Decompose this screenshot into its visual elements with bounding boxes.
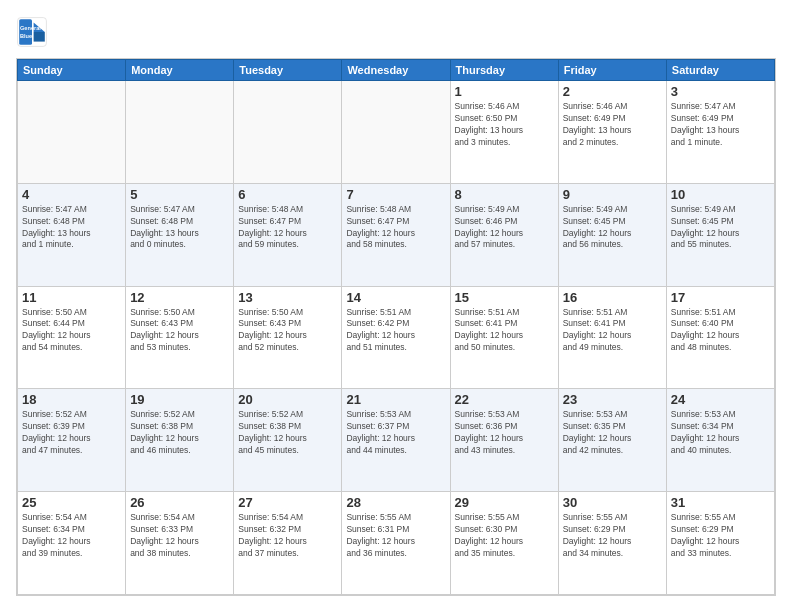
- week-row-5: 25Sunrise: 5:54 AM Sunset: 6:34 PM Dayli…: [18, 492, 775, 595]
- calendar-cell: [18, 81, 126, 184]
- calendar-cell: [234, 81, 342, 184]
- calendar-cell: 2Sunrise: 5:46 AM Sunset: 6:49 PM Daylig…: [558, 81, 666, 184]
- cell-day-number: 23: [563, 392, 662, 407]
- cell-info: Sunrise: 5:51 AM Sunset: 6:42 PM Dayligh…: [346, 307, 445, 355]
- cell-day-number: 21: [346, 392, 445, 407]
- cell-info: Sunrise: 5:48 AM Sunset: 6:47 PM Dayligh…: [346, 204, 445, 252]
- cell-info: Sunrise: 5:51 AM Sunset: 6:40 PM Dayligh…: [671, 307, 770, 355]
- cell-info: Sunrise: 5:49 AM Sunset: 6:45 PM Dayligh…: [563, 204, 662, 252]
- cell-day-number: 6: [238, 187, 337, 202]
- cell-info: Sunrise: 5:55 AM Sunset: 6:30 PM Dayligh…: [455, 512, 554, 560]
- cell-info: Sunrise: 5:52 AM Sunset: 6:39 PM Dayligh…: [22, 409, 121, 457]
- calendar-cell: 28Sunrise: 5:55 AM Sunset: 6:31 PM Dayli…: [342, 492, 450, 595]
- logo-icon: General Blue: [16, 16, 48, 48]
- calendar-cell: 1Sunrise: 5:46 AM Sunset: 6:50 PM Daylig…: [450, 81, 558, 184]
- svg-marker-2: [34, 32, 45, 42]
- calendar: SundayMondayTuesdayWednesdayThursdayFrid…: [16, 58, 776, 596]
- cell-day-number: 27: [238, 495, 337, 510]
- week-row-2: 4Sunrise: 5:47 AM Sunset: 6:48 PM Daylig…: [18, 183, 775, 286]
- cell-info: Sunrise: 5:49 AM Sunset: 6:45 PM Dayligh…: [671, 204, 770, 252]
- week-row-3: 11Sunrise: 5:50 AM Sunset: 6:44 PM Dayli…: [18, 286, 775, 389]
- calendar-cell: 13Sunrise: 5:50 AM Sunset: 6:43 PM Dayli…: [234, 286, 342, 389]
- cell-day-number: 9: [563, 187, 662, 202]
- calendar-cell: 15Sunrise: 5:51 AM Sunset: 6:41 PM Dayli…: [450, 286, 558, 389]
- header-day-monday: Monday: [126, 60, 234, 81]
- cell-day-number: 11: [22, 290, 121, 305]
- calendar-cell: 18Sunrise: 5:52 AM Sunset: 6:39 PM Dayli…: [18, 389, 126, 492]
- calendar-cell: 12Sunrise: 5:50 AM Sunset: 6:43 PM Dayli…: [126, 286, 234, 389]
- cell-info: Sunrise: 5:46 AM Sunset: 6:50 PM Dayligh…: [455, 101, 554, 149]
- cell-info: Sunrise: 5:55 AM Sunset: 6:29 PM Dayligh…: [563, 512, 662, 560]
- cell-day-number: 10: [671, 187, 770, 202]
- calendar-cell: [126, 81, 234, 184]
- calendar-cell: 7Sunrise: 5:48 AM Sunset: 6:47 PM Daylig…: [342, 183, 450, 286]
- header-day-tuesday: Tuesday: [234, 60, 342, 81]
- cell-info: Sunrise: 5:51 AM Sunset: 6:41 PM Dayligh…: [455, 307, 554, 355]
- calendar-cell: 23Sunrise: 5:53 AM Sunset: 6:35 PM Dayli…: [558, 389, 666, 492]
- svg-text:Blue: Blue: [20, 33, 32, 39]
- logo: General Blue: [16, 16, 48, 48]
- calendar-header: SundayMondayTuesdayWednesdayThursdayFrid…: [18, 60, 775, 81]
- cell-day-number: 12: [130, 290, 229, 305]
- calendar-cell: 4Sunrise: 5:47 AM Sunset: 6:48 PM Daylig…: [18, 183, 126, 286]
- cell-info: Sunrise: 5:54 AM Sunset: 6:32 PM Dayligh…: [238, 512, 337, 560]
- header: General Blue: [16, 16, 776, 48]
- svg-rect-3: [19, 19, 32, 45]
- cell-info: Sunrise: 5:55 AM Sunset: 6:31 PM Dayligh…: [346, 512, 445, 560]
- calendar-cell: 27Sunrise: 5:54 AM Sunset: 6:32 PM Dayli…: [234, 492, 342, 595]
- calendar-cell: 14Sunrise: 5:51 AM Sunset: 6:42 PM Dayli…: [342, 286, 450, 389]
- cell-info: Sunrise: 5:54 AM Sunset: 6:34 PM Dayligh…: [22, 512, 121, 560]
- page: General Blue SundayMondayTuesdayWednesda…: [0, 0, 792, 612]
- cell-day-number: 28: [346, 495, 445, 510]
- calendar-cell: 19Sunrise: 5:52 AM Sunset: 6:38 PM Dayli…: [126, 389, 234, 492]
- cell-day-number: 18: [22, 392, 121, 407]
- cell-info: Sunrise: 5:49 AM Sunset: 6:46 PM Dayligh…: [455, 204, 554, 252]
- cell-day-number: 1: [455, 84, 554, 99]
- calendar-cell: 26Sunrise: 5:54 AM Sunset: 6:33 PM Dayli…: [126, 492, 234, 595]
- cell-day-number: 31: [671, 495, 770, 510]
- calendar-cell: 25Sunrise: 5:54 AM Sunset: 6:34 PM Dayli…: [18, 492, 126, 595]
- cell-info: Sunrise: 5:55 AM Sunset: 6:29 PM Dayligh…: [671, 512, 770, 560]
- calendar-cell: 22Sunrise: 5:53 AM Sunset: 6:36 PM Dayli…: [450, 389, 558, 492]
- calendar-cell: 20Sunrise: 5:52 AM Sunset: 6:38 PM Dayli…: [234, 389, 342, 492]
- cell-day-number: 22: [455, 392, 554, 407]
- cell-info: Sunrise: 5:51 AM Sunset: 6:41 PM Dayligh…: [563, 307, 662, 355]
- calendar-cell: [342, 81, 450, 184]
- calendar-cell: 5Sunrise: 5:47 AM Sunset: 6:48 PM Daylig…: [126, 183, 234, 286]
- cell-info: Sunrise: 5:50 AM Sunset: 6:43 PM Dayligh…: [238, 307, 337, 355]
- cell-day-number: 29: [455, 495, 554, 510]
- calendar-cell: 21Sunrise: 5:53 AM Sunset: 6:37 PM Dayli…: [342, 389, 450, 492]
- cell-day-number: 24: [671, 392, 770, 407]
- header-day-sunday: Sunday: [18, 60, 126, 81]
- cell-info: Sunrise: 5:50 AM Sunset: 6:44 PM Dayligh…: [22, 307, 121, 355]
- cell-day-number: 7: [346, 187, 445, 202]
- calendar-cell: 31Sunrise: 5:55 AM Sunset: 6:29 PM Dayli…: [666, 492, 774, 595]
- cell-info: Sunrise: 5:46 AM Sunset: 6:49 PM Dayligh…: [563, 101, 662, 149]
- cell-info: Sunrise: 5:53 AM Sunset: 6:36 PM Dayligh…: [455, 409, 554, 457]
- cell-day-number: 2: [563, 84, 662, 99]
- cell-day-number: 26: [130, 495, 229, 510]
- cell-day-number: 5: [130, 187, 229, 202]
- cell-info: Sunrise: 5:47 AM Sunset: 6:48 PM Dayligh…: [22, 204, 121, 252]
- cell-info: Sunrise: 5:50 AM Sunset: 6:43 PM Dayligh…: [130, 307, 229, 355]
- header-row: SundayMondayTuesdayWednesdayThursdayFrid…: [18, 60, 775, 81]
- cell-day-number: 15: [455, 290, 554, 305]
- cell-day-number: 13: [238, 290, 337, 305]
- calendar-cell: 17Sunrise: 5:51 AM Sunset: 6:40 PM Dayli…: [666, 286, 774, 389]
- header-day-friday: Friday: [558, 60, 666, 81]
- calendar-cell: 30Sunrise: 5:55 AM Sunset: 6:29 PM Dayli…: [558, 492, 666, 595]
- cell-info: Sunrise: 5:47 AM Sunset: 6:48 PM Dayligh…: [130, 204, 229, 252]
- cell-day-number: 3: [671, 84, 770, 99]
- cell-day-number: 17: [671, 290, 770, 305]
- calendar-cell: 9Sunrise: 5:49 AM Sunset: 6:45 PM Daylig…: [558, 183, 666, 286]
- calendar-body: 1Sunrise: 5:46 AM Sunset: 6:50 PM Daylig…: [18, 81, 775, 595]
- header-day-thursday: Thursday: [450, 60, 558, 81]
- cell-info: Sunrise: 5:52 AM Sunset: 6:38 PM Dayligh…: [130, 409, 229, 457]
- cell-day-number: 16: [563, 290, 662, 305]
- calendar-cell: 11Sunrise: 5:50 AM Sunset: 6:44 PM Dayli…: [18, 286, 126, 389]
- cell-day-number: 30: [563, 495, 662, 510]
- svg-text:General: General: [20, 25, 41, 31]
- calendar-cell: 16Sunrise: 5:51 AM Sunset: 6:41 PM Dayli…: [558, 286, 666, 389]
- calendar-cell: 10Sunrise: 5:49 AM Sunset: 6:45 PM Dayli…: [666, 183, 774, 286]
- header-day-saturday: Saturday: [666, 60, 774, 81]
